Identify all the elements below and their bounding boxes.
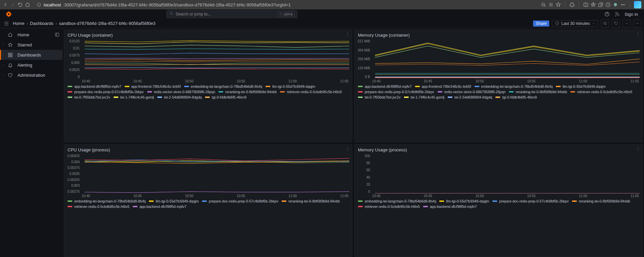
chart-area[interactable]: 0.004250.0040.003750.00350.003250.0030.0… bbox=[67, 154, 349, 193]
legend-item[interactable]: tei-0-7f55bbb7bd-jvc2v bbox=[68, 95, 110, 99]
legend-item[interactable]: prepare-doc-redis-prep-0-57c4b9bf5b-2bkp… bbox=[68, 90, 144, 94]
favorite-icon[interactable] bbox=[556, 2, 561, 7]
legend-item[interactable]: tei-1-74f6c4c45-gsmlj bbox=[114, 95, 154, 99]
legend-item[interactable]: app-backend-dfcf98f5d-mpfv7 bbox=[358, 84, 412, 88]
chevron-right-icon[interactable] bbox=[1, 73, 5, 76]
refresh-interval-button[interactable] bbox=[622, 20, 631, 28]
zoom-icon[interactable] bbox=[541, 2, 546, 7]
extensions-icon[interactable] bbox=[569, 2, 575, 7]
time-picker[interactable]: Last 30 minutes bbox=[552, 20, 598, 27]
collapse-button[interactable] bbox=[633, 20, 641, 28]
sidebar-item-alerting[interactable]: Alerting bbox=[0, 60, 63, 70]
legend-swatch bbox=[266, 86, 270, 87]
copilot-icon[interactable] bbox=[634, 1, 641, 8]
panel[interactable]: CPU Usage (process)0.004250.0040.003750.… bbox=[64, 144, 352, 257]
legend-item[interactable]: prepare-doc-redis-prep-0-57c4b9bf5b-2bkp… bbox=[202, 199, 278, 203]
legend-item[interactable]: embedding-tei-langchain-0-78bd54b6d8-8tv… bbox=[358, 199, 436, 203]
legend-item[interactable]: app-backend-dfcf98f5d-mpfv7 bbox=[423, 205, 477, 209]
grafana-logo-icon[interactable] bbox=[5, 10, 13, 18]
legend-item[interactable]: retriever-redis-0-5cbdb95c5b-h6tx5 bbox=[280, 90, 342, 94]
legend-item[interactable]: reranking-tei-0-8bf589b9d-94xbb bbox=[572, 199, 630, 203]
legend-item[interactable]: retriever-redis-0-5cbdb95c5b-h6tx5 bbox=[570, 90, 632, 94]
zoom-out-button[interactable] bbox=[601, 20, 609, 28]
search-input[interactable]: Search or jump to... ctrl+k bbox=[166, 10, 297, 18]
chevron-right-icon[interactable] bbox=[1, 52, 5, 56]
legend-item[interactable]: app-backend-dfcf98f5d-mpfv7 bbox=[133, 205, 187, 209]
share-button[interactable]: Share bbox=[533, 21, 549, 27]
legend-item[interactable]: llm-tgi-0-55d7fc6949-dqqjm bbox=[439, 199, 489, 203]
home-icon[interactable] bbox=[25, 2, 30, 7]
app-icon[interactable] bbox=[613, 2, 618, 7]
panel-menu-icon[interactable] bbox=[636, 32, 640, 38]
legend-item[interactable]: llm-tgi-0-55d7fc6949-dqqjm bbox=[556, 84, 606, 88]
collections-icon[interactable] bbox=[598, 2, 603, 7]
legend-item[interactable]: tei-1-74f6c4c45-gsmlj bbox=[404, 95, 444, 99]
sidebar-item-administration[interactable]: Administration bbox=[0, 70, 63, 80]
help-icon[interactable] bbox=[604, 11, 610, 17]
chevron-down-icon bbox=[592, 22, 595, 25]
legend-item[interactable]: retriever-redis-0-5cbdb95c5b-h6tx5 bbox=[68, 205, 129, 209]
legend-item[interactable]: redis-vector-store-0-68679589f6-28pqn bbox=[438, 90, 506, 94]
panel[interactable]: Memory Usage (process)10080604020010:401… bbox=[354, 144, 643, 257]
menu-icon[interactable] bbox=[3, 21, 9, 27]
panel-menu-icon[interactable] bbox=[345, 32, 350, 38]
legend-item[interactable]: reranking-tei-0-8bf589b9d-94xbb bbox=[218, 90, 277, 94]
legend-item[interactable]: reranking-tei-0-8bf589b9d-94xbb bbox=[282, 199, 340, 203]
sidebar-item-starred[interactable]: Starred bbox=[0, 40, 63, 50]
address-bar[interactable]: localhost:30007/grafana/d/d7676d4d-1f8a-… bbox=[44, 2, 291, 7]
crumb-home[interactable]: Home bbox=[13, 21, 25, 26]
chevron-right-icon[interactable] bbox=[1, 42, 5, 46]
reload-icon[interactable] bbox=[17, 2, 23, 7]
legend-label: app-backend-dfcf98f5d-mpfv7 bbox=[430, 205, 477, 209]
legend-swatch bbox=[114, 97, 118, 98]
legend-item[interactable]: retriever-redis-0-5cbdb95c5b-h6tx5 bbox=[358, 205, 420, 209]
chart-area[interactable]: 0.01250.010.00750.0050.00250 bbox=[67, 40, 349, 79]
x-axis: 10:4010:4510:5010:5511:0011:05 bbox=[67, 79, 349, 83]
history-icon[interactable] bbox=[605, 2, 611, 7]
legend-item[interactable]: tei-0-7f55bbb7bd-jvc2v bbox=[358, 95, 401, 99]
panel[interactable]: Memory Usage (container)512 MiB384 MiB25… bbox=[354, 30, 643, 142]
refresh-button[interactable] bbox=[612, 20, 620, 28]
favorites-bar-icon[interactable] bbox=[591, 2, 596, 7]
sidebar-item-home[interactable]: Home bbox=[0, 30, 63, 40]
signin-link[interactable]: Sign in bbox=[625, 12, 638, 17]
back-icon[interactable] bbox=[3, 2, 8, 7]
legend-item[interactable]: embedding-tei-langchain-0-78bd54b6d8-8tv… bbox=[68, 199, 146, 203]
panel[interactable]: CPU Usage (container)0.01250.010.00750.0… bbox=[64, 30, 352, 142]
read-aloud-icon[interactable] bbox=[548, 2, 554, 7]
dock-icon[interactable] bbox=[54, 32, 60, 37]
legend-swatch bbox=[448, 97, 452, 98]
legend-item[interactable]: tei-2-54d69885f4-8dgdq bbox=[448, 95, 492, 99]
chart-area[interactable]: 512 MiB384 MiB256 MiB128 MiB0 B bbox=[357, 40, 640, 79]
sidebar-item-dashboards[interactable]: Dashboards bbox=[0, 50, 63, 60]
legend-item[interactable]: embedding-tei-langchain-0-78bd54b6d8-8tv… bbox=[475, 84, 553, 88]
info-icon[interactable] bbox=[36, 2, 42, 7]
chart-area[interactable]: 100806040200 bbox=[357, 154, 640, 193]
legend-swatch bbox=[492, 200, 497, 202]
legend-item[interactable]: app-frontend-788c546c6c-brb5f bbox=[125, 84, 181, 88]
legend-item[interactable]: llm-tgi-0-55d7fc6949-dqqjm bbox=[149, 199, 199, 203]
legend-item[interactable]: prepare-doc-redis-prep-0-57c4b9bf5b-2bkp… bbox=[358, 90, 434, 94]
crumb-dashboards[interactable]: Dashboards bbox=[30, 21, 53, 26]
legend-item[interactable]: redis-vector-store-0-68679589f6-28pqn bbox=[147, 90, 215, 94]
legend-label: prepare-doc-redis-prep-0-57c4b9bf5b-2bkp… bbox=[365, 90, 434, 94]
legend-item[interactable]: llm-tgi-0-55d7fc6949-dqqjm bbox=[266, 84, 315, 88]
svg-rect-19 bbox=[8, 55, 9, 57]
chevron-right-icon[interactable] bbox=[1, 63, 5, 66]
legend-item[interactable]: reranking-tei-0-8bf589b9d-94xbb bbox=[509, 90, 567, 94]
panel-menu-icon[interactable] bbox=[345, 147, 350, 152]
svg-point-28 bbox=[347, 149, 348, 149]
more-icon[interactable] bbox=[620, 2, 626, 7]
legend-item[interactable]: app-frontend-788c546c6c-brb5f bbox=[415, 84, 471, 88]
legend-item[interactable]: tei-2-54d69885f4-8dgdq bbox=[157, 95, 202, 99]
split-icon[interactable] bbox=[583, 2, 589, 7]
forward-icon[interactable] bbox=[10, 2, 15, 7]
legend-item[interactable]: tgi-0-fddb4b6f5-48xn9 bbox=[205, 95, 246, 99]
panel-menu-icon[interactable] bbox=[636, 147, 640, 152]
legend-item[interactable]: prepare-doc-redis-prep-0-57c4b9bf5b-2bkp… bbox=[492, 199, 569, 203]
legend-item[interactable]: tgi-0-fddb4b6f5-48xn9 bbox=[495, 95, 537, 99]
news-icon[interactable] bbox=[614, 11, 620, 17]
legend-item[interactable]: app-backend-dfcf98f5d-mpfv7 bbox=[68, 84, 121, 88]
legend-item[interactable]: embedding-tei-langchain-0-78bd54b6d8-8tv… bbox=[184, 84, 262, 88]
bell-nav-icon bbox=[7, 62, 13, 68]
